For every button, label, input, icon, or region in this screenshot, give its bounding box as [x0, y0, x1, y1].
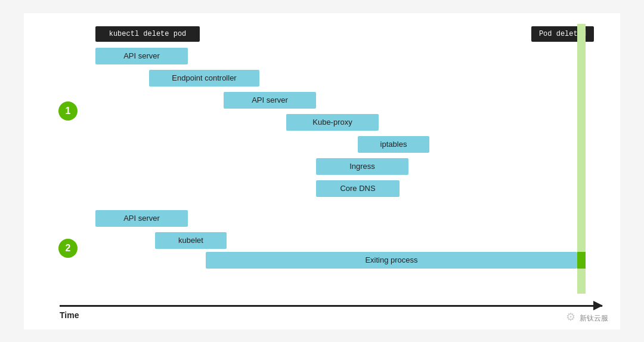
kubectl-delete-bar: kubectl delete pod [95, 26, 200, 42]
exiting-process-end [577, 252, 586, 269]
api-server-1-bar: API server [95, 48, 188, 64]
time-arrow [60, 305, 602, 307]
diagram-container: kubectl delete pod Pod deleted 1 API ser… [24, 13, 620, 329]
watermark: ⚙ 新钛云服 [566, 310, 608, 323]
kube-proxy-bar: Kube-proxy [286, 114, 379, 131]
badge-1: 1 [58, 101, 78, 121]
exiting-process-bar: Exiting process [206, 252, 577, 269]
iptables-bar: iptables [358, 136, 429, 153]
core-dns-bar: Core DNS [316, 180, 400, 197]
badge-2: 2 [58, 239, 78, 258]
api-server-3-bar: API server [95, 210, 188, 227]
kubelet-bar: kubelet [155, 232, 227, 249]
endpoint-controller-bar: Endpoint controller [149, 70, 259, 87]
ingress-bar: Ingress [316, 158, 408, 175]
api-server-2-bar: API server [224, 92, 316, 109]
time-label: Time [60, 310, 79, 320]
